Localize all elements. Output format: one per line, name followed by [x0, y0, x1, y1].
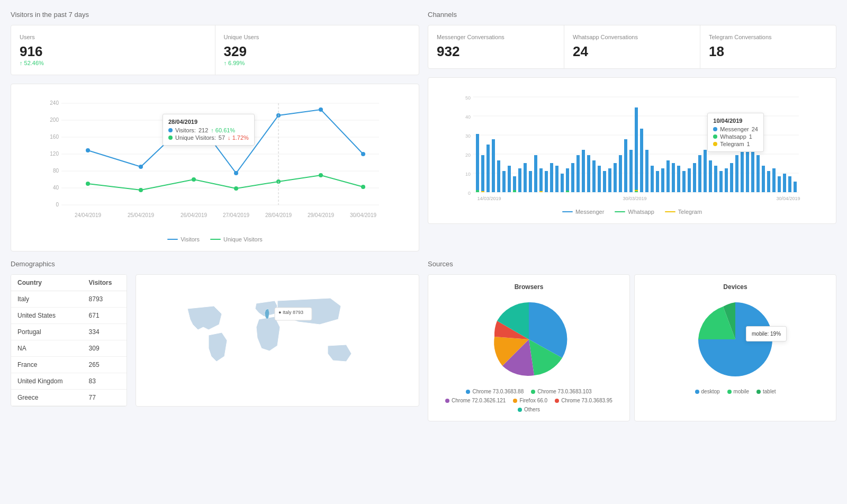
- legend-telegram: Telegram: [665, 209, 702, 215]
- demographics-map-card: ● Italy 8793: [136, 274, 419, 407]
- legend-whatsapp-label: Whatsapp: [628, 209, 654, 215]
- svg-text:29/04/2019: 29/04/2019: [308, 212, 334, 218]
- whatsapp-label: Whatsapp Conversations: [573, 34, 691, 40]
- demographics-table: Country Visitors Italy8793United States6…: [11, 275, 127, 406]
- svg-rect-76: [624, 139, 627, 192]
- svg-rect-88: [688, 168, 691, 192]
- svg-rect-110: [513, 190, 516, 192]
- users-label: Users: [20, 34, 206, 40]
- svg-text:50: 50: [465, 95, 471, 101]
- svg-rect-86: [677, 166, 680, 192]
- svg-rect-62: [550, 163, 553, 192]
- top-row: Visitors in the past 7 days Users 916 ↑ …: [11, 11, 836, 251]
- demographics-table-card: Country Visitors Italy8793United States6…: [11, 274, 127, 407]
- country-cell: United States: [11, 308, 83, 324]
- legend-visitors: Visitors: [167, 236, 200, 242]
- browsers-legend: Chrome 73.0.3683.88 Chrome 73.0.3683.103…: [437, 389, 621, 412]
- svg-rect-93: [714, 166, 717, 192]
- svg-text:24/04/2019: 24/04/2019: [75, 212, 101, 218]
- table-row: United Kingdom83: [11, 373, 127, 390]
- svg-rect-71: [598, 166, 601, 192]
- svg-point-22: [139, 165, 143, 169]
- svg-point-24: [234, 171, 238, 175]
- visitors-cell: 671: [83, 308, 127, 324]
- svg-rect-111: [566, 191, 569, 192]
- svg-rect-70: [592, 160, 596, 192]
- svg-rect-52: [497, 160, 500, 192]
- visitors-cell: 83: [83, 373, 127, 390]
- svg-rect-115: [635, 190, 638, 191]
- svg-text:26/04/2019: 26/04/2019: [181, 212, 207, 218]
- svg-rect-79: [640, 129, 643, 192]
- legend-tablet: tablet: [756, 389, 776, 394]
- channels-section: Channels Messenger Conversations 932 Wha…: [428, 11, 836, 251]
- firefox-dot: [513, 399, 517, 403]
- table-row: Portugal334: [11, 324, 127, 340]
- visitor-chart-wrapper: 0 40 80 120 160 200 240 24/04/2019 25/04…: [20, 93, 410, 232]
- svg-rect-89: [693, 163, 696, 192]
- legend-telegram-dot: [665, 211, 675, 212]
- svg-text:240: 240: [50, 100, 59, 106]
- svg-point-27: [361, 152, 365, 156]
- svg-rect-85: [672, 163, 675, 192]
- channels-title: Channels: [428, 11, 836, 19]
- svg-rect-103: [767, 171, 770, 192]
- channels-chart-legend: Messenger Whatsapp Telegram: [437, 209, 827, 215]
- svg-rect-83: [661, 168, 664, 192]
- svg-rect-74: [614, 163, 617, 192]
- svg-rect-81: [651, 166, 654, 192]
- devices-pie-wrapper: mobile: 19%: [693, 297, 778, 383]
- svg-rect-100: [751, 129, 754, 192]
- svg-text:30/04/2019: 30/04/2019: [350, 212, 376, 218]
- svg-point-21: [86, 148, 90, 152]
- legend-chrome2: Chrome 73.0.3683.103: [531, 389, 591, 394]
- users-value: 916: [20, 43, 206, 60]
- unique-users-value: 329: [224, 43, 411, 60]
- chrome2-dot: [531, 390, 535, 394]
- svg-rect-114: [539, 191, 543, 192]
- table-row: France265: [11, 357, 127, 373]
- legend-messenger: Messenger: [562, 209, 604, 215]
- demographics-title: Demographics: [11, 260, 419, 268]
- sources-inner: Browsers: [428, 274, 836, 421]
- svg-rect-109: [476, 190, 479, 192]
- svg-rect-91: [704, 150, 707, 192]
- svg-rect-104: [772, 168, 776, 192]
- dashboard: Visitors in the past 7 days Users 916 ↑ …: [0, 0, 847, 432]
- legend-whatsapp-dot: [615, 211, 625, 212]
- legend-chrome3: Chrome 72.0.3626.121: [445, 398, 506, 403]
- svg-rect-60: [539, 168, 543, 192]
- visitors-cell: 77: [83, 390, 127, 406]
- svg-rect-97: [735, 155, 738, 192]
- country-cell: Greece: [11, 390, 83, 406]
- svg-point-33: [319, 173, 323, 177]
- legend-chrome4: Chrome 73.0.3683.95: [555, 398, 612, 403]
- country-cell: NA: [11, 340, 83, 357]
- svg-rect-61: [545, 171, 548, 192]
- svg-text:200: 200: [50, 117, 59, 123]
- telegram-value: 18: [709, 43, 827, 60]
- devices-legend: desktop mobile tablet: [643, 389, 827, 394]
- legend-unique: Unique Visitors: [210, 236, 263, 242]
- chrome1-label: Chrome 73.0.3683.88: [472, 389, 524, 394]
- svg-text:80: 80: [53, 168, 59, 174]
- chrome3-dot: [445, 399, 449, 403]
- svg-rect-96: [730, 163, 733, 192]
- chrome2-label: Chrome 73.0.3683.103: [537, 389, 591, 394]
- svg-rect-99: [746, 139, 749, 192]
- svg-rect-98: [741, 150, 744, 192]
- visitors-section-title: Visitors in the past 7 days: [11, 11, 419, 19]
- country-cell: Italy: [11, 291, 83, 308]
- tablet-dot: [756, 390, 761, 394]
- svg-rect-80: [645, 150, 648, 192]
- svg-rect-87: [682, 171, 686, 192]
- others-dot: [518, 408, 522, 412]
- svg-text:160: 160: [50, 134, 59, 140]
- visitor-stats-row: Users 916 ↑ 52.46% Unique Users 329 ↑ 6.…: [11, 25, 419, 75]
- svg-rect-82: [656, 171, 659, 192]
- unique-users-stat-card: Unique Users 329 ↑ 6.99%: [215, 25, 419, 75]
- table-row: Greece77: [11, 390, 127, 406]
- desktop-label: desktop: [701, 389, 720, 394]
- svg-rect-77: [629, 150, 633, 192]
- svg-rect-92: [709, 160, 712, 192]
